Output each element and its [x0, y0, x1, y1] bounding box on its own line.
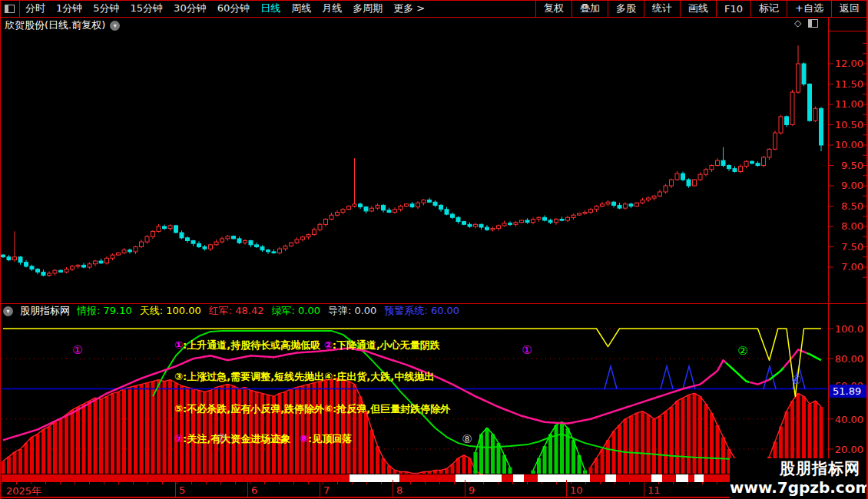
axis-tick	[337, 482, 338, 484]
annotation-text: ④	[324, 371, 333, 382]
price-label: 10.50	[830, 119, 863, 131]
toolbar-button-1[interactable]: 复权	[535, 0, 571, 17]
toolbar-button-8[interactable]: +自选	[787, 0, 831, 17]
annotation-row-3: ⑤:不必杀跌,应有小反弹,跌停除外⑥:抢反弹,但巨量封跌停除外	[174, 402, 450, 416]
period-tab-3[interactable]: 5分钟	[88, 2, 124, 15]
toolbar-button-9[interactable]: 返回	[831, 0, 867, 17]
annotation-row-4: ⑦:关注,有大资金进场迹象	[174, 432, 290, 446]
axis-tick	[483, 482, 484, 484]
axis-tick	[118, 482, 119, 484]
toolbar-button-5[interactable]: 画线	[680, 0, 716, 17]
period-tab-8[interactable]: 周线	[286, 2, 316, 15]
period-tab-6[interactable]: 60分钟	[212, 2, 256, 15]
axis-tick	[673, 482, 674, 484]
toolbar-button-6[interactable]: F10	[716, 0, 750, 17]
axis-tick	[250, 482, 250, 484]
toolbar-actions: 复权叠加多股统计画线F10标记+自选返回	[535, 0, 867, 17]
price-label: 12.00	[830, 58, 863, 69]
price-label: 7.50	[830, 241, 863, 253]
price-label: 8.50	[830, 200, 863, 212]
annotation-text: ⑥	[324, 403, 333, 415]
layout-icon-button[interactable]	[0, 0, 20, 17]
axis-tick	[206, 482, 207, 484]
annotation-text: ①	[174, 339, 183, 351]
signal-strip-segment	[538, 474, 590, 482]
month-label: 9	[469, 484, 475, 496]
indicator-level-label: 20.00	[830, 444, 863, 455]
axis-tick	[162, 482, 163, 484]
chart-corner-icons: ◇	[794, 18, 818, 28]
period-tabs: 分时1分钟5分钟15分钟30分钟60分钟日线周线月线多周期更多 >	[20, 2, 430, 15]
indicator-level-label: 80.00	[830, 353, 863, 365]
indicator-values: 情报: 79.10天线: 100.00红军: 48.42绿军: 0.00导弹: …	[77, 304, 467, 318]
axis-tick	[425, 482, 426, 484]
watermark-site-name: 股朋指标网	[730, 458, 868, 478]
signal-marker-④: ④	[791, 375, 801, 386]
period-tab-10[interactable]: 多周期	[347, 2, 388, 15]
price-label: 8.00	[830, 220, 863, 232]
axis-tick	[542, 482, 542, 484]
watermark: 股朋指标网 www.7gpzb.com	[730, 458, 868, 499]
page-title: 欣贺股份(日线.前复权)	[5, 18, 105, 32]
month-divider	[393, 480, 393, 497]
annotation-text: ⑤	[174, 403, 183, 415]
month-label: 5	[179, 484, 185, 496]
axis-tick	[702, 482, 703, 484]
axis-tick	[366, 482, 367, 484]
price-label: 9.50	[830, 160, 863, 171]
toolbar-button-2[interactable]: 叠加	[571, 0, 608, 17]
axis-tick	[381, 482, 382, 484]
axis-tick	[410, 482, 411, 484]
indicator-field-1: 情报: 79.10	[77, 305, 132, 316]
period-tab-4[interactable]: 15分钟	[125, 2, 169, 15]
month-label: 7	[323, 484, 330, 496]
chart-canvas[interactable]	[0, 0, 868, 499]
panel-icon[interactable]	[808, 19, 818, 28]
annotation-text: :上升通道,持股待长或高抛低吸	[183, 339, 324, 351]
month-divider	[465, 480, 465, 497]
toolbar-button-4[interactable]: 统计	[644, 0, 680, 17]
price-label: 10.00	[830, 139, 863, 150]
annotation-text: :关注,有大资金进场迹象	[183, 433, 290, 444]
axis-tick	[60, 482, 61, 484]
axis-tick	[147, 482, 148, 484]
indicator-collapse-icon[interactable]: ▾	[3, 306, 13, 316]
month-divider	[644, 480, 644, 497]
period-tab-11[interactable]: 更多 >	[388, 2, 430, 15]
axis-tick	[264, 482, 265, 484]
axis-top-tick	[828, 31, 868, 31]
indicator-level-label: 100.0	[830, 323, 863, 335]
toolbar-button-3[interactable]: 多股	[608, 0, 644, 17]
axis-tick	[191, 482, 192, 484]
period-tab-2[interactable]: 1分钟	[51, 2, 88, 15]
indicator-level-label: 40.00	[830, 414, 863, 425]
signal-marker-②: ②	[737, 345, 747, 357]
axis-tick	[220, 482, 221, 484]
annotation-row-5: ⑧:见顶回落	[300, 432, 352, 446]
period-tab-5[interactable]: 30分钟	[168, 2, 212, 15]
top-toolbar: 分时1分钟5分钟15分钟30分钟60分钟日线周线月线多周期更多 > 复权叠加多股…	[0, 0, 867, 18]
signal-strip-segment	[605, 474, 616, 482]
axis-tick	[133, 482, 134, 484]
diamond-icon[interactable]: ◇	[794, 18, 801, 28]
month-label: 10	[570, 484, 583, 496]
axis-tick	[89, 482, 90, 484]
signal-strip-segment	[676, 474, 688, 482]
axis-tick	[600, 482, 601, 484]
period-tab-9[interactable]: 月线	[316, 2, 347, 15]
signal-marker-⑦: ⑦	[216, 433, 226, 444]
annotation-row-2: ③:上涨过急,需要调整,短线先抛出④:庄出货,大跌,中线抛出	[174, 370, 434, 384]
signal-marker-⑧: ⑧	[462, 434, 472, 445]
toolbar-button-7[interactable]: 标记	[750, 0, 787, 17]
axis-tick	[75, 482, 75, 484]
period-tab-1[interactable]: 分时	[20, 2, 51, 15]
signal-strip-segment	[694, 474, 704, 482]
period-tab-7[interactable]: 日线	[255, 2, 286, 15]
axis-tick	[687, 482, 688, 484]
signal-marker-①: ①	[522, 345, 532, 356]
axis-tick	[717, 482, 717, 484]
indicator-site-name: 股朋指标网	[20, 304, 70, 318]
title-dropdown-icon[interactable]: ▾	[110, 21, 120, 31]
indicator-field-2: 天线: 100.00	[140, 305, 201, 316]
axis-tick	[308, 482, 309, 484]
